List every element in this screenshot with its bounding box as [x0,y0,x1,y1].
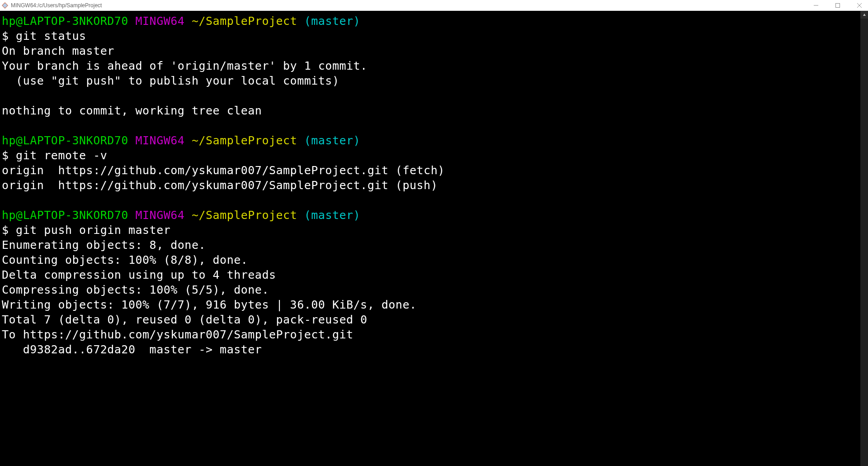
svg-rect-3 [836,3,840,7]
close-button[interactable] [853,1,866,10]
scrollbar-track[interactable] [860,19,868,466]
terminal-output[interactable]: hp@LAPTOP-3NKORD70 MINGW64 ~/SampleProje… [0,11,860,466]
svg-marker-6 [863,14,866,16]
app-icon [2,2,8,9]
minimize-button[interactable] [809,1,823,10]
terminal-container: hp@LAPTOP-3NKORD70 MINGW64 ~/SampleProje… [0,11,868,466]
svg-marker-1 [2,2,8,8]
vertical-scrollbar[interactable] [860,11,868,466]
maximize-button[interactable] [831,1,844,10]
window-titlebar: MINGW64:/c/Users/hp/SampleProject [0,0,868,11]
window-controls [809,1,866,10]
window-title: MINGW64:/c/Users/hp/SampleProject [11,2,809,9]
scrollbar-up-arrow-icon[interactable] [860,11,868,19]
